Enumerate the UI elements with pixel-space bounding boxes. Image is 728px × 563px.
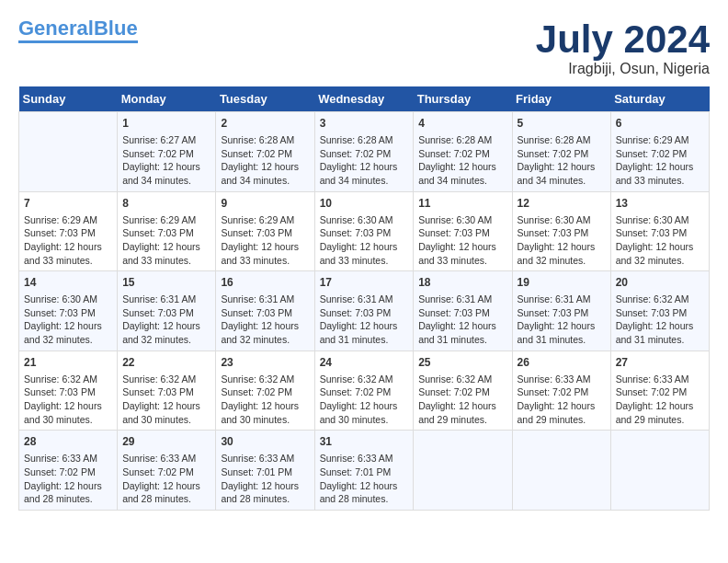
logo-part1: General [18, 17, 94, 40]
daylight: Daylight: 12 hours and 28 minutes. [24, 480, 102, 505]
calendar-cell: 25Sunrise: 6:32 AMSunset: 7:02 PMDayligh… [414, 350, 512, 431]
calendar-cell: 22Sunrise: 6:32 AMSunset: 7:03 PMDayligh… [118, 350, 216, 431]
sunrise: Sunrise: 6:31 AM [320, 293, 393, 304]
sunrise: Sunrise: 6:30 AM [518, 214, 591, 225]
day-number: 9 [221, 196, 309, 212]
daylight: Daylight: 12 hours and 32 minutes. [221, 320, 299, 345]
sunset: Sunset: 7:02 PM [518, 148, 589, 159]
sunset: Sunset: 7:03 PM [418, 307, 490, 318]
calendar-cell: 27Sunrise: 6:33 AMSunset: 7:02 PMDayligh… [610, 350, 709, 431]
sunrise: Sunrise: 6:32 AM [221, 373, 294, 385]
day-number: 19 [518, 275, 606, 291]
sunset: Sunset: 7:02 PM [418, 386, 490, 397]
sunset: Sunset: 7:03 PM [518, 227, 589, 238]
logo-part2: Blue [94, 17, 138, 40]
calendar-cell: 29Sunrise: 6:33 AMSunset: 7:02 PMDayligh… [118, 431, 216, 511]
daylight: Daylight: 12 hours and 32 minutes. [122, 320, 200, 345]
day-number: 20 [616, 275, 704, 291]
daylight: Daylight: 12 hours and 31 minutes. [518, 320, 596, 345]
sunset: Sunset: 7:03 PM [122, 227, 194, 238]
day-number: 24 [320, 355, 409, 371]
sunrise: Sunrise: 6:28 AM [518, 134, 591, 145]
col-sunday: Sunday [19, 86, 118, 112]
daylight: Daylight: 12 hours and 34 minutes. [320, 161, 398, 186]
col-tuesday: Tuesday [216, 86, 314, 112]
daylight: Daylight: 12 hours and 28 minutes. [122, 480, 200, 505]
day-number: 10 [320, 196, 409, 212]
day-number: 14 [24, 275, 112, 291]
calendar-week-5: 28Sunrise: 6:33 AMSunset: 7:02 PMDayligh… [19, 431, 710, 511]
sunset: Sunset: 7:02 PM [221, 148, 292, 159]
month-title: July 2024 [536, 18, 710, 61]
calendar-cell: 16Sunrise: 6:31 AMSunset: 7:03 PMDayligh… [216, 271, 314, 351]
day-number: 16 [221, 275, 309, 291]
day-number: 8 [122, 196, 210, 212]
calendar-cell: 8Sunrise: 6:29 AMSunset: 7:03 PMDaylight… [118, 191, 216, 271]
daylight: Daylight: 12 hours and 33 minutes. [122, 241, 200, 266]
calendar-cell: 7Sunrise: 6:29 AMSunset: 7:03 PMDaylight… [19, 191, 118, 271]
calendar-cell: 19Sunrise: 6:31 AMSunset: 7:03 PMDayligh… [512, 271, 610, 351]
daylight: Daylight: 12 hours and 28 minutes. [221, 480, 299, 505]
daylight: Daylight: 12 hours and 32 minutes. [24, 320, 102, 345]
sunset: Sunset: 7:02 PM [616, 148, 688, 159]
sunrise: Sunrise: 6:28 AM [221, 134, 294, 145]
daylight: Daylight: 12 hours and 29 minutes. [418, 400, 496, 425]
sunset: Sunset: 7:03 PM [320, 227, 392, 238]
day-number: 11 [418, 196, 506, 212]
daylight: Daylight: 12 hours and 32 minutes. [616, 241, 694, 266]
calendar-cell: 4Sunrise: 6:28 AMSunset: 7:02 PMDaylight… [414, 112, 512, 192]
calendar-cell: 20Sunrise: 6:32 AMSunset: 7:03 PMDayligh… [610, 271, 709, 351]
sunset: Sunset: 7:03 PM [221, 307, 292, 318]
sunrise: Sunrise: 6:31 AM [122, 293, 196, 304]
sunset: Sunset: 7:03 PM [616, 227, 688, 238]
day-number: 30 [221, 434, 309, 450]
sunset: Sunset: 7:02 PM [418, 148, 490, 159]
calendar-week-1: 1Sunrise: 6:27 AMSunset: 7:02 PMDaylight… [19, 112, 710, 192]
calendar-cell [610, 431, 709, 511]
calendar-cell: 23Sunrise: 6:32 AMSunset: 7:02 PMDayligh… [216, 350, 314, 431]
sunset: Sunset: 7:02 PM [122, 466, 194, 477]
daylight: Daylight: 12 hours and 30 minutes. [221, 400, 299, 425]
calendar-cell: 11Sunrise: 6:30 AMSunset: 7:03 PMDayligh… [414, 191, 512, 271]
daylight: Daylight: 12 hours and 33 minutes. [418, 241, 496, 266]
calendar-cell: 30Sunrise: 6:33 AMSunset: 7:01 PMDayligh… [216, 431, 314, 511]
calendar-cell: 6Sunrise: 6:29 AMSunset: 7:02 PMDaylight… [610, 112, 709, 192]
sunrise: Sunrise: 6:28 AM [418, 134, 492, 145]
sunrise: Sunrise: 6:31 AM [518, 293, 591, 304]
col-saturday: Saturday [610, 86, 709, 112]
daylight: Daylight: 12 hours and 29 minutes. [518, 400, 596, 425]
logo: GeneralBlue [18, 18, 138, 43]
day-number: 15 [122, 275, 210, 291]
day-number: 12 [518, 196, 606, 212]
daylight: Daylight: 12 hours and 31 minutes. [616, 320, 694, 345]
daylight: Daylight: 12 hours and 33 minutes. [320, 241, 398, 266]
day-number: 26 [518, 355, 606, 371]
daylight: Daylight: 12 hours and 34 minutes. [221, 161, 299, 186]
sunrise: Sunrise: 6:31 AM [418, 293, 492, 304]
sunrise: Sunrise: 6:32 AM [24, 373, 97, 385]
daylight: Daylight: 12 hours and 34 minutes. [122, 161, 200, 186]
daylight: Daylight: 12 hours and 33 minutes. [616, 161, 694, 186]
sunrise: Sunrise: 6:29 AM [122, 214, 196, 225]
day-number: 23 [221, 355, 309, 371]
calendar-cell: 24Sunrise: 6:32 AMSunset: 7:02 PMDayligh… [314, 350, 414, 431]
day-number: 28 [24, 434, 112, 450]
day-number: 29 [122, 434, 210, 450]
calendar-cell: 18Sunrise: 6:31 AMSunset: 7:03 PMDayligh… [414, 271, 512, 351]
day-number: 2 [221, 116, 309, 132]
calendar-cell: 26Sunrise: 6:33 AMSunset: 7:02 PMDayligh… [512, 350, 610, 431]
day-number: 31 [320, 434, 409, 450]
day-number: 27 [616, 355, 704, 371]
sunset: Sunset: 7:03 PM [24, 386, 96, 397]
calendar-week-2: 7Sunrise: 6:29 AMSunset: 7:03 PMDaylight… [19, 191, 710, 271]
daylight: Daylight: 12 hours and 34 minutes. [518, 161, 596, 186]
day-number: 4 [418, 116, 506, 132]
sunset: Sunset: 7:03 PM [418, 227, 490, 238]
calendar-cell: 10Sunrise: 6:30 AMSunset: 7:03 PMDayligh… [314, 191, 414, 271]
daylight: Daylight: 12 hours and 33 minutes. [24, 241, 102, 266]
calendar-cell: 17Sunrise: 6:31 AMSunset: 7:03 PMDayligh… [314, 271, 414, 351]
sunrise: Sunrise: 6:33 AM [221, 453, 294, 464]
calendar-cell: 9Sunrise: 6:29 AMSunset: 7:03 PMDaylight… [216, 191, 314, 271]
sunrise: Sunrise: 6:29 AM [221, 214, 294, 225]
sunrise: Sunrise: 6:30 AM [616, 214, 689, 225]
